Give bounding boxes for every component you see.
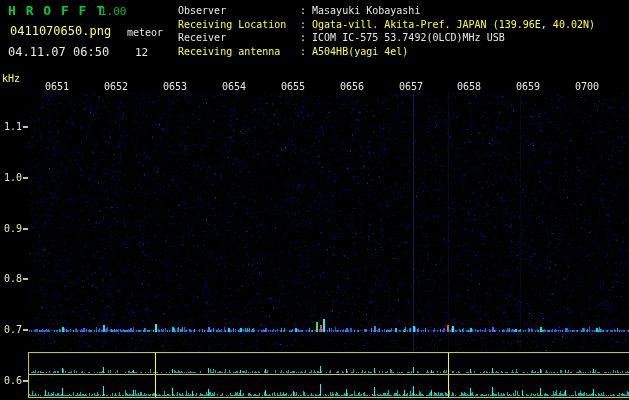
freq-unit-label: kHz (2, 73, 20, 84)
time-label: 0659 (516, 81, 540, 92)
info-row-observer: Observer: Masayuki Kobayashi (178, 4, 595, 18)
station-info: Observer: Masayuki Kobayashi Receiving L… (178, 4, 595, 58)
mode-label: meteor (127, 27, 163, 38)
datetime-label: 04.11.07 06:50 (8, 45, 109, 59)
app-version: 1.00 (100, 5, 127, 18)
freq-label: 0.7 (4, 324, 28, 335)
info-value: : A504HB(yagi 4el) (300, 46, 408, 57)
freq-tick (23, 380, 28, 382)
info-value: : ICOM IC-575 53.7492(0LCD)MHz USB (300, 32, 505, 43)
time-label: 0655 (281, 81, 305, 92)
freq-label-text: 1.0 (4, 172, 22, 183)
info-label: Observer (178, 4, 300, 18)
info-label: Receiving antenna (178, 45, 300, 59)
output-filename: 0411070650.png (10, 24, 111, 38)
freq-tick (23, 278, 28, 280)
freq-label-text: 0.6 (4, 375, 22, 386)
info-row-antenna: Receiving antenna: A504HB(yagi 4el) (178, 45, 595, 59)
info-label: Receiver (178, 31, 300, 45)
time-label: 0651 (45, 81, 69, 92)
time-label: 0700 (575, 81, 599, 92)
info-row-location: Receiving Location: Ogata-vill. Akita-Pr… (178, 18, 595, 32)
freq-label-text: 0.9 (4, 223, 22, 234)
time-label: 0658 (457, 81, 481, 92)
time-label: 0656 (340, 81, 364, 92)
freq-tick (23, 329, 28, 331)
spectrogram-canvas (0, 0, 629, 400)
freq-tick (23, 228, 28, 230)
freq-label: 0.8 (4, 273, 28, 284)
info-value: : Ogata-vill. Akita-Pref. JAPAN (139.96E… (300, 19, 595, 30)
freq-label: 1.1 (4, 121, 28, 132)
freq-label-text: 0.8 (4, 273, 22, 284)
echo-count: 12 (135, 46, 148, 59)
freq-label-text: 1.1 (4, 121, 22, 132)
time-label: 0652 (104, 81, 128, 92)
time-label: 0653 (163, 81, 187, 92)
freq-label-text: 0.7 (4, 324, 22, 335)
time-label: 0654 (222, 81, 246, 92)
time-label: 0657 (399, 81, 423, 92)
info-label: Receiving Location (178, 18, 300, 32)
app-title: H R O F F T (8, 3, 105, 18)
hrofft-window: H R O F F T 1.00 0411070650.png meteor 0… (0, 0, 629, 400)
freq-tick (23, 177, 28, 179)
freq-label: 0.6 (4, 375, 28, 386)
freq-label: 0.9 (4, 223, 28, 234)
info-value: : Masayuki Kobayashi (300, 5, 420, 16)
info-row-receiver: Receiver: ICOM IC-575 53.7492(0LCD)MHz U… (178, 31, 595, 45)
freq-label: 1.0 (4, 172, 28, 183)
freq-tick (23, 126, 28, 128)
